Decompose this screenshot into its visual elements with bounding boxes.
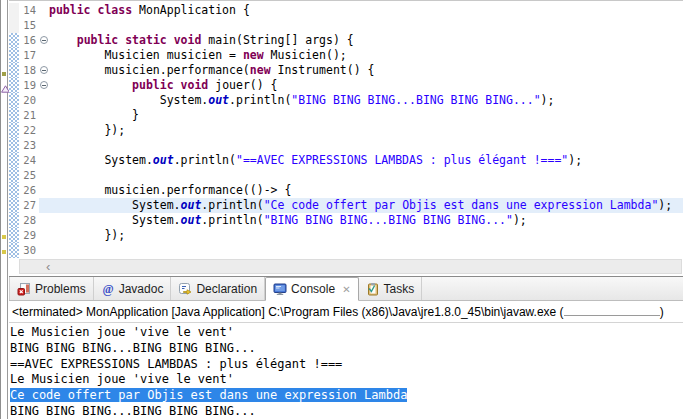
code-token: void [174,33,202,47]
code-line[interactable]: 23 [9,138,683,153]
line-number[interactable]: 26 [19,183,39,198]
fold-collapse-icon[interactable] [40,36,48,44]
scroll-left-icon[interactable]: ‹ [46,259,50,274]
line-number[interactable]: 28 [19,213,39,228]
code-token: out [153,153,174,167]
code-line[interactable]: 24 System.out.println("==AVEC EXPRESSION… [9,153,683,168]
code-text[interactable]: musicien.performance(()-> { [49,183,683,198]
line-number[interactable]: 22 [19,123,39,138]
console-line[interactable]: ==AVEC EXPRESSIONS LAMBDAS : plus élégan… [10,357,683,373]
code-line[interactable]: 30 [9,243,683,258]
line-number[interactable]: 25 [19,168,39,183]
code-line[interactable]: 17 Musicien musicien = new Musicien(); [9,48,683,63]
quickdiff-bar [9,78,19,93]
code-token: "BING BING BING...BING BING BING..." [264,213,513,227]
code-text[interactable]: } [49,108,683,123]
code-text[interactable]: System.out.println("Ce code offert par O… [49,198,683,213]
horizontal-scrollbar[interactable]: ‹ [19,259,682,274]
code-text[interactable] [49,18,683,33]
fold-column [39,18,49,33]
code-text[interactable]: }); [49,228,683,243]
line-number[interactable]: 29 [19,228,39,243]
code-line[interactable]: 15 [9,18,683,33]
code-token: musicien.performance( [49,63,250,77]
code-line[interactable]: 29 }); [9,228,683,243]
code-text[interactable]: public static void main(String[] args) { [49,33,683,48]
code-token: .println( [174,153,236,167]
line-number[interactable]: 14 [19,3,39,18]
line-number[interactable]: 19 [19,78,39,93]
tab-tasks[interactable]: Tasks [359,277,423,300]
line-number[interactable]: 20 [19,93,39,108]
console-status-line: <terminated> MonApplication [Java Applic… [9,301,683,323]
console-line[interactable]: BING BING BING...BING BING BING... [10,341,683,357]
code-line[interactable]: 22 }); [9,123,683,138]
eclipse-window: 14public class MonApplication {1516 publ… [0,0,683,419]
code-token [167,33,174,47]
console-line[interactable]: BING BING BING...BING BING BING... [10,404,683,419]
line-number[interactable]: 30 [19,243,39,258]
line-number[interactable]: 17 [19,48,39,63]
code-text[interactable] [49,243,683,258]
fold-column [39,123,49,138]
line-number[interactable]: 16 [19,33,39,48]
line-number[interactable]: 15 [19,18,39,33]
code-text[interactable]: public void jouer() { [49,78,683,93]
code-token [174,78,181,92]
code-text[interactable]: System.out.println("==AVEC EXPRESSIONS L… [49,153,683,168]
console-output[interactable]: Le Musicien joue 'vive le vent'BING BING… [9,323,683,419]
quickdiff-bar [9,153,19,168]
console-text: ==AVEC EXPRESSIONS LAMBDAS : plus élégan… [10,357,342,371]
console-text: BING BING BING...BING BING BING... [10,341,256,355]
code-line[interactable]: 14public class MonApplication { [9,3,683,18]
code-line[interactable]: 26 musicien.performance(()-> { [9,183,683,198]
line-number[interactable]: 27 [19,198,39,213]
code-line[interactable]: 18 musicien.performance(new Instrument()… [9,63,683,78]
tab-console[interactable]: Console✕ [265,277,358,301]
tab-declaration[interactable]: Declaration [171,277,265,300]
code-token: Instrument() { [271,63,375,77]
code-line[interactable]: 20 System.out.println("BING BING BING...… [9,93,683,108]
code-line[interactable]: 19 public void jouer() { [9,78,683,93]
code-text[interactable]: }); [49,123,683,138]
line-number[interactable]: 23 [19,138,39,153]
fold-column [39,78,49,93]
tab-label: Javadoc [119,282,164,296]
tab-problems[interactable]: Problems [9,277,94,300]
code-line[interactable]: 27 System.out.println("Ce code offert pa… [9,198,683,213]
java-editor[interactable]: 14public class MonApplication {1516 publ… [9,0,683,276]
code-line[interactable]: 16 public static void main(String[] args… [9,33,683,48]
close-tab-icon[interactable]: ✕ [342,284,350,295]
tab-label: Console [291,282,335,296]
code-line[interactable]: 21 } [9,108,683,123]
quickdiff-bar [9,138,19,153]
code-area[interactable]: 14public class MonApplication {1516 publ… [9,1,683,258]
fold-column [39,138,49,153]
fold-collapse-icon[interactable] [40,81,48,89]
console-line[interactable]: Le Musicien joue 'vive le vent' [10,372,683,388]
console-text: Le Musicien joue 'vive le vent' [10,325,234,339]
code-text[interactable]: public class MonApplication { [49,3,683,18]
code-text[interactable] [49,138,683,153]
code-line[interactable]: 28 System.out.println("BING BING BING...… [9,213,683,228]
tab-javadoc[interactable]: @Javadoc [94,277,172,300]
code-text[interactable]: System.out.println("BING BING BING...BIN… [49,93,683,108]
quickdiff-bar [9,243,19,258]
code-text[interactable]: System.out.println("BING BING BING...BIN… [49,213,683,228]
annotation-ruler[interactable] [0,0,8,419]
code-text[interactable]: musicien.performance(new Instrument() { [49,63,683,78]
console-line[interactable]: Ce code offert par Objis est dans une ex… [10,388,683,404]
fold-column [39,108,49,123]
console-line[interactable]: Le Musicien joue 'vive le vent' [10,325,683,341]
code-text[interactable] [49,168,683,183]
line-number[interactable]: 24 [19,153,39,168]
line-number[interactable]: 21 [19,108,39,123]
fold-collapse-icon[interactable] [40,66,48,74]
code-token: out [181,198,202,212]
code-text[interactable]: Musicien musicien = new Musicien(); [49,48,683,63]
fold-column [39,93,49,108]
line-number[interactable]: 18 [19,63,39,78]
code-token: .println( [201,198,263,212]
javadoc-icon: @ [101,282,115,296]
code-line[interactable]: 25 [9,168,683,183]
